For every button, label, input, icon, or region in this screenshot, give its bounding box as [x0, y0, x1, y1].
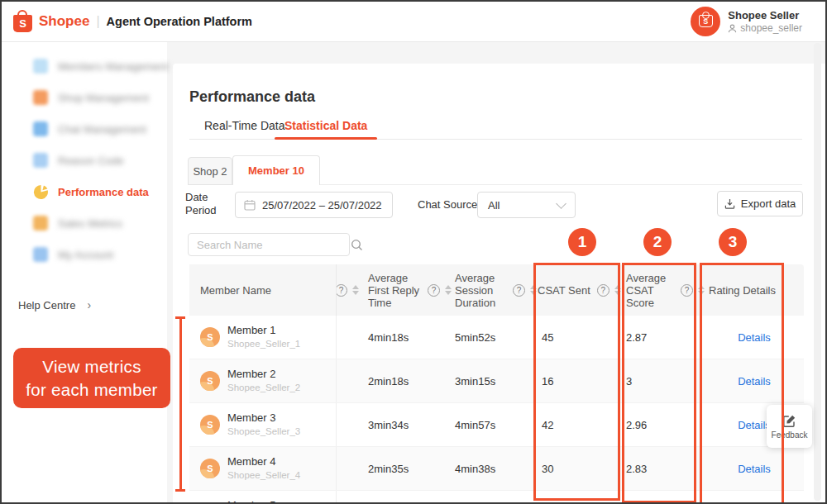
csat-score-value: 2.87: [626, 316, 647, 359]
date-range-picker[interactable]: 25/07/2022 – 25/07/2022: [235, 192, 393, 218]
member-username: Shopee_Seller_1: [227, 337, 300, 350]
user-account-menu[interactable]: S Shopee Seller shopee_seller: [691, 7, 802, 36]
column-header-rating-details: Rating Details: [709, 264, 800, 316]
edit-icon: [782, 414, 796, 428]
top-bar: S Shopee | Agent Operation Platform S Sh…: [2, 2, 825, 42]
table-row: S Member 1 Shopee_Seller_1 4min18s 5min5…: [189, 316, 804, 359]
chat-management-icon: [33, 121, 48, 136]
csat-sent-value: 42: [542, 403, 553, 446]
shopee-logo-icon: S: [13, 9, 32, 32]
chevron-down-icon: [556, 198, 566, 209]
content-card: Performance data Real-Time Data Statisti…: [173, 64, 825, 502]
reason-code-icon: [33, 153, 48, 168]
first-reply-value: 3min34s: [368, 403, 409, 446]
filter-row: Date Period 25/07/2022 – 25/07/2022 Chat…: [173, 190, 802, 220]
help-icon[interactable]: ?: [513, 284, 525, 297]
member-avatar-icon: S: [200, 459, 220, 478]
performance-table: ? Member Name Average First Reply Time ?…: [189, 264, 804, 502]
subtab-bar: Shop 2 Member 10: [173, 155, 802, 185]
first-reply-value: 4min18s: [368, 316, 409, 359]
sort-icon[interactable]: [352, 285, 359, 295]
member-name: Member 3: [227, 411, 300, 425]
subtab-member[interactable]: Member 10: [232, 155, 320, 185]
tab-bar: Real-Time Data Statistical Data: [189, 113, 802, 140]
search-icon[interactable]: [351, 239, 363, 251]
sort-icon[interactable]: [698, 285, 705, 295]
first-reply-value: 2min24s: [368, 491, 409, 504]
app-title: Agent Operation Platform: [107, 15, 252, 32]
vertical-scrollbar[interactable]: [814, 43, 821, 501]
chat-source-label: Chat Source: [418, 198, 477, 211]
sidebar-item-chat-management[interactable]: Chat Management: [2, 113, 167, 145]
csat-score-value: 2.83: [626, 447, 647, 490]
member-username: Shopee_Seller_4: [227, 468, 300, 482]
member-avatar-icon: S: [200, 371, 220, 391]
export-data-button[interactable]: Export data: [717, 191, 803, 216]
sort-icon[interactable]: [530, 285, 537, 295]
sort-icon[interactable]: [614, 285, 621, 295]
sales-metrics-icon: [33, 216, 48, 231]
member-cell: S Member 3 Shopee_Seller_3: [189, 403, 337, 446]
member-name: Member 2: [227, 368, 300, 381]
member-name: Member 1: [227, 324, 300, 337]
user-name: Shopee Seller: [728, 9, 802, 22]
pie-chart-icon: [33, 184, 48, 199]
user-handle: shopee_seller: [728, 22, 802, 35]
details-link[interactable]: Details: [738, 463, 771, 475]
sidebar: Members Management Shop Management Chat …: [2, 41, 167, 502]
help-icon[interactable]: ?: [597, 284, 609, 297]
csat-sent-value: 16: [542, 359, 553, 402]
session-duration-value: 3min15s: [455, 359, 495, 402]
member-cell: S Member 2 Shopee_Seller_2: [189, 359, 337, 402]
column-header-member-name: Member Name: [189, 264, 337, 316]
table-body: S Member 1 Shopee_Seller_1 4min18s 5min5…: [189, 316, 804, 504]
table-row: S Member 3 Shopee_Seller_3 3min34s 4min5…: [189, 403, 804, 447]
search-input[interactable]: [189, 239, 351, 251]
help-icon[interactable]: ?: [428, 284, 440, 297]
sidebar-item-members-management[interactable]: Members Management: [2, 50, 167, 82]
sidebar-item-shop-management[interactable]: Shop Management: [2, 82, 167, 113]
member-username: Shopee_Seller_2: [227, 381, 300, 394]
user-avatar-icon: S: [691, 7, 720, 36]
calendar-icon: [244, 199, 256, 211]
session-duration-value: 4min38s: [455, 447, 495, 490]
app-window: S Shopee | Agent Operation Platform S Sh…: [0, 0, 827, 504]
details-link[interactable]: Details: [738, 331, 771, 344]
member-avatar-icon: S: [200, 415, 220, 435]
member-cell: S Member 4 Shopee_Seller_4: [189, 447, 337, 490]
subtab-shop[interactable]: Shop 2: [188, 157, 232, 185]
date-period-label: Date Period: [185, 191, 222, 217]
session-duration-value: 4min57s: [455, 403, 495, 446]
tab-statistical-data[interactable]: Statistical Data: [275, 113, 377, 138]
sidebar-item-sales-metrics[interactable]: Sales Metrics: [2, 207, 167, 239]
page-title: Performance data: [189, 88, 315, 106]
members-management-icon: [33, 59, 48, 74]
member-name: Member 4: [227, 455, 300, 468]
csat-sent-value: 30: [542, 447, 553, 490]
details-link[interactable]: Details: [738, 375, 771, 388]
help-icon[interactable]: ?: [681, 284, 693, 297]
chat-source-select[interactable]: All: [477, 192, 576, 218]
sidebar-item-reason-code[interactable]: Reason Code: [2, 145, 167, 176]
person-icon: [728, 24, 737, 33]
table-row: S Member 4 Shopee_Seller_4 2min35s 4min3…: [189, 447, 804, 491]
brand-separator: |: [96, 14, 99, 32]
csat-score-value: 2.9: [626, 491, 641, 504]
help-centre-link[interactable]: Help Centre ›: [18, 298, 91, 311]
help-icon[interactable]: ?: [335, 284, 347, 297]
column-header-csat-score: Average CSAT Score ?: [626, 264, 721, 316]
details-link[interactable]: Details: [738, 419, 771, 431]
table-row: S Member 2 Shopee_Seller_2 2min18s 3min1…: [189, 359, 804, 403]
sort-icon[interactable]: [445, 285, 452, 295]
session-duration-value: 5min52s: [455, 316, 495, 359]
first-reply-value: 2min18s: [368, 359, 409, 402]
table-row: S Member 5 Shopee_Seller_5 2min24s 4min7…: [189, 491, 804, 504]
column-header-csat-sent: CSAT Sent ?: [538, 264, 637, 316]
brand: S Shopee | Agent Operation Platform: [13, 9, 252, 32]
sidebar-item-performance-data[interactable]: Performance data: [2, 176, 167, 207]
feedback-button[interactable]: Feedback: [767, 405, 812, 448]
csat-sent-value: 16: [542, 491, 553, 504]
brand-name: Shopee: [39, 13, 89, 32]
sidebar-item-my-account[interactable]: My Account: [2, 239, 167, 270]
member-name: Member 5: [227, 499, 300, 504]
